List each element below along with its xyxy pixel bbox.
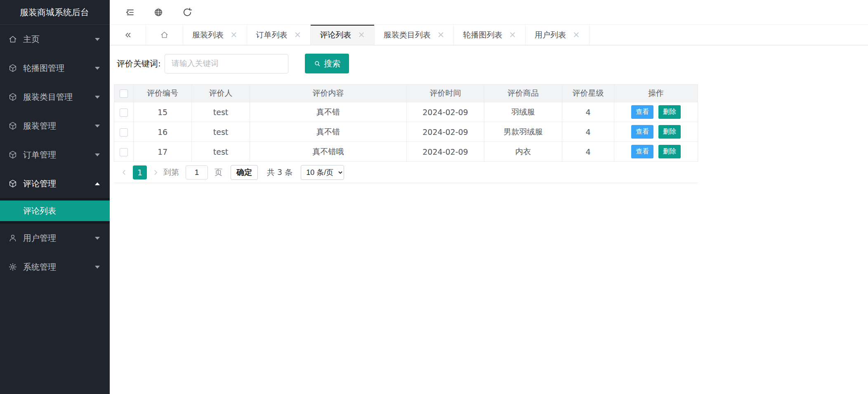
page-number-button[interactable]: 1 [133, 165, 147, 179]
delete-button[interactable]: 删除 [658, 105, 681, 119]
view-button[interactable]: 查看 [631, 145, 653, 158]
close-tab-icon[interactable]: × [573, 31, 580, 39]
tab-label: 服装列表 [192, 30, 224, 40]
comments-card: 评价编号评价人评价内容评价时间评价商品评价星级操作 15test真不错2024-… [114, 84, 698, 183]
cube-icon [8, 150, 17, 159]
caret-down-icon [95, 67, 100, 70]
caret-up-icon [95, 182, 100, 185]
tab-label: 轮播图列表 [463, 30, 502, 40]
page-size-select[interactable]: 10 条/页 [301, 165, 344, 180]
search-label: 评价关键词: [117, 58, 161, 69]
reviewer-cell: test [192, 122, 250, 142]
sidebar-menu: 主页轮播图管理服装类目管理服装管理订单管理评论管理评论列表用户管理系统管理 [0, 25, 110, 281]
review-id-cell: 15 [134, 102, 192, 122]
sidebar-item-user[interactable]: 用户管理 [0, 224, 110, 252]
sidebar-item-category[interactable]: 服装类目管理 [0, 83, 110, 111]
column-header: 评价星级 [562, 85, 614, 102]
sidebar-item-label: 评论管理 [23, 178, 56, 189]
cube-icon [8, 64, 17, 73]
tab-label: 用户列表 [535, 30, 566, 40]
goto-prefix-label: 到第 [163, 167, 179, 178]
actions-cell: 查看删除 [614, 122, 698, 142]
confirm-page-button[interactable]: 确定 [231, 165, 258, 180]
refresh-icon[interactable] [182, 7, 192, 17]
row-checkbox[interactable] [120, 109, 128, 117]
sidebar-item-label: 系统管理 [23, 262, 56, 273]
close-tab-icon[interactable]: × [437, 31, 445, 39]
review-product-cell: 内衣 [484, 142, 562, 162]
sidebar-item-order[interactable]: 订单管理 [0, 140, 110, 169]
search-input[interactable] [165, 54, 288, 73]
caret-down-icon [95, 153, 100, 156]
table-row: 17test真不错哦2024-02-09内衣4查看删除 [114, 142, 698, 162]
home-icon [8, 35, 17, 44]
main-area: 服装列表×订单列表×评论列表×服装类目列表×轮播图列表×用户列表× 评价关键词:… [110, 0, 868, 394]
view-button[interactable]: 查看 [631, 125, 653, 139]
review-time-cell: 2024-02-09 [407, 142, 484, 162]
tab-label: 订单列表 [256, 30, 288, 40]
total-count-label: 共 3 条 [267, 167, 292, 178]
column-header: 评价时间 [407, 85, 484, 102]
sidebar-item-clothing[interactable]: 服装管理 [0, 111, 110, 140]
sidebar-item-carousel[interactable]: 轮播图管理 [0, 54, 110, 83]
tab-carousel-list[interactable]: 轮播图列表× [454, 25, 526, 45]
review-content-cell: 真不错哦 [250, 142, 407, 162]
search-icon [313, 59, 322, 68]
view-button[interactable]: 查看 [631, 105, 653, 119]
sidebar-item-label: 订单管理 [23, 149, 56, 160]
select-all-checkbox[interactable] [120, 90, 128, 98]
sidebar-subitem-comment-list[interactable]: 评论列表 [0, 201, 110, 221]
cube-icon [8, 121, 17, 130]
review-stars-cell: 4 [562, 142, 614, 162]
sidebar-item-label: 服装类目管理 [23, 92, 73, 103]
table-row: 16test真不错2024-02-09男款羽绒服4查看删除 [114, 122, 698, 142]
sidebar-item-label: 主页 [23, 34, 40, 45]
sidebar-submenu: 评论列表 [0, 198, 110, 224]
review-product-cell: 羽绒服 [484, 102, 562, 122]
caret-down-icon [95, 237, 100, 240]
tab-list: 服装列表×订单列表×评论列表×服装类目列表×轮播图列表×用户列表× [183, 25, 590, 45]
goto-page-input[interactable] [186, 165, 208, 179]
sidebar-item-home[interactable]: 主页 [0, 25, 110, 54]
tab-comment-list[interactable]: 评论列表× [311, 25, 375, 45]
row-checkbox[interactable] [120, 128, 128, 137]
topbar [110, 0, 868, 25]
close-tab-icon[interactable]: × [509, 31, 516, 39]
user-icon [8, 234, 17, 243]
close-tab-icon[interactable]: × [230, 31, 238, 39]
next-page-icon[interactable] [151, 168, 160, 177]
sidebar-item-label: 服装管理 [23, 120, 56, 132]
row-checkbox[interactable] [120, 148, 128, 156]
review-id-cell: 16 [134, 122, 192, 142]
delete-button[interactable]: 删除 [658, 125, 681, 139]
home-tab[interactable] [146, 25, 183, 45]
close-tab-icon[interactable]: × [358, 31, 365, 39]
actions-cell: 查看删除 [614, 102, 698, 122]
search-button[interactable]: 搜索 [305, 54, 349, 73]
column-header: 操作 [614, 85, 698, 102]
prev-page-icon[interactable] [120, 168, 129, 177]
cube-icon [8, 92, 17, 101]
tab-user-list[interactable]: 用户列表× [526, 25, 590, 45]
review-content-cell: 真不错 [250, 122, 407, 142]
tab-category-list[interactable]: 服装类目列表× [375, 25, 454, 45]
sidebar-item-label: 用户管理 [23, 233, 56, 244]
review-time-cell: 2024-02-09 [407, 102, 484, 122]
tab-order-list[interactable]: 订单列表× [247, 25, 311, 45]
collapse-tabs-button[interactable] [110, 25, 146, 45]
comments-table: 评价编号评价人评价内容评价时间评价商品评价星级操作 15test真不错2024-… [114, 84, 698, 162]
close-tab-icon[interactable]: × [294, 31, 302, 39]
table-header-row: 评价编号评价人评价内容评价时间评价商品评价星级操作 [114, 85, 698, 102]
sidebar-item-comment[interactable]: 评论管理 [0, 169, 110, 198]
review-id-cell: 17 [134, 142, 192, 162]
review-stars-cell: 4 [562, 122, 614, 142]
menu-fold-icon[interactable] [125, 7, 134, 17]
search-button-label: 搜索 [324, 58, 340, 69]
delete-button[interactable]: 删除 [658, 145, 681, 158]
sidebar-item-system[interactable]: 系统管理 [0, 252, 110, 281]
search-bar: 评价关键词: 搜索 [117, 54, 868, 73]
globe-icon[interactable] [153, 7, 163, 17]
caret-down-icon [95, 96, 100, 99]
tab-clothing-list[interactable]: 服装列表× [183, 25, 247, 45]
cube-icon [8, 179, 17, 188]
